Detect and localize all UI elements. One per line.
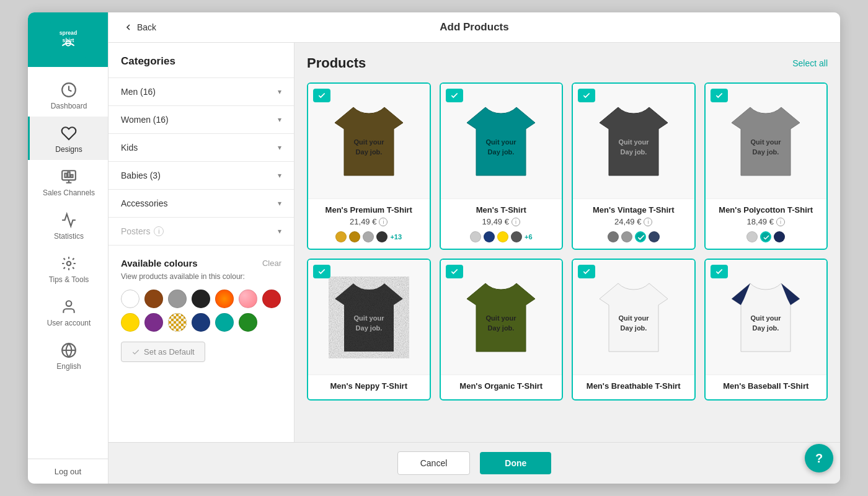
product-info: Men's Premium T-Shirt 21,49 € i +13 [308,198,430,249]
color-swatch-green[interactable] [239,313,257,332]
product-name: Men's Organic T-Shirt [448,381,555,391]
colors-section: Available colours Clear View products av… [108,245,294,374]
product-color-swatch[interactable] [760,231,771,242]
product-color-swatch[interactable] [621,231,632,242]
product-info: Men's Baseball T-Shirt [706,374,827,399]
product-color-swatch[interactable] [484,231,495,242]
sidebar-item-label: Statistics [54,232,84,241]
clear-link[interactable]: Clear [262,259,281,268]
select-all-link[interactable]: Select all [792,58,828,68]
product-card-mens-polycotton-tshirt[interactable]: Quit your Day job. Men's Polycotton T-Sh… [704,82,828,250]
sidebar-item-tips-tools[interactable]: Tips & Tools [28,247,108,290]
products-title: Products [307,55,366,71]
set-default-button[interactable]: Set as Default [121,342,205,362]
color-swatch-purple[interactable] [144,313,163,332]
product-color-swatch[interactable] [335,231,347,242]
color-swatch-yellow[interactable] [121,313,140,332]
color-swatch-white[interactable] [121,290,140,308]
category-item-men[interactable]: Men (16) ▾ [108,78,294,105]
info-icon: i [776,218,785,226]
product-colors: +6 [448,231,555,242]
product-name: Men's T-Shirt [448,205,555,215]
product-selected-badge [578,265,595,278]
product-color-swatch[interactable] [363,231,374,242]
svg-text:Quit your: Quit your [618,314,649,322]
product-card-mens-premium-tshirt[interactable]: Quit your Day job. Men's Premium T-Shirt… [307,82,431,250]
product-card-mens-neppy-tshirt[interactable]: Quit your Day job. Men's Neppy T-Shirt [307,259,431,401]
product-selected-badge [578,89,595,102]
product-colors [580,231,687,242]
product-image-area: Quit your Day job. [573,260,694,374]
product-color-swatch[interactable] [376,231,388,242]
chevron-down-icon: ▾ [278,227,281,236]
product-color-swatch[interactable] [746,231,758,242]
product-color-swatch[interactable] [511,231,522,242]
product-info: Men's Polycotton T-Shirt 18,49 € i [706,198,827,249]
category-item-posters[interactable]: Posters i ▾ [108,217,294,245]
category-item-babies[interactable]: Babies (3) ▾ [108,161,294,189]
logout-button[interactable]: Log out [28,459,108,484]
header: Back Add Products [108,12,840,43]
sidebar-item-english[interactable]: English [28,334,108,377]
product-image-area: Quit your Day job. [308,260,430,374]
help-button[interactable]: ? [805,444,833,472]
categories-title: Categories [108,43,294,78]
product-image-area: Quit your Day job. [706,260,827,374]
category-item-kids[interactable]: Kids ▾ [108,133,294,161]
product-card-mens-tshirt[interactable]: Quit your Day job. Men's T-Shirt 19,49 €… [440,82,564,250]
color-swatch-navy[interactable] [192,313,210,332]
done-button[interactable]: Done [480,452,551,474]
header-title: Add Products [440,21,508,33]
product-price: 21,49 € i [316,217,422,226]
color-swatch-red[interactable] [262,290,281,308]
svg-rect-7 [68,172,69,177]
svg-text:Quit your: Quit your [353,314,384,322]
product-card-mens-organic-tshirt[interactable]: Quit your Day job. Men's Organic T-Shirt [440,259,564,401]
color-swatch-teal[interactable] [215,313,234,332]
cancel-button[interactable]: Cancel [397,451,471,475]
svg-text:Day job.: Day job. [620,324,647,332]
sidebar-item-designs[interactable]: Designs [28,117,108,160]
color-swatch-gold-dots[interactable] [168,313,187,332]
product-color-swatch[interactable] [470,231,481,242]
color-swatch-black[interactable] [192,290,210,308]
product-card-mens-baseball-tshirt[interactable]: Quit your Day job. Men's Baseball T-Shir… [704,259,828,401]
footer: Cancel Done [108,442,840,484]
category-item-women[interactable]: Women (16) ▾ [108,105,294,133]
color-swatch-orange[interactable] [215,290,234,308]
svg-text:shirt: shirt [62,37,74,43]
svg-text:Quit your: Quit your [751,314,782,322]
product-price: 19,49 € i [448,217,555,226]
sidebar-item-label: Tips & Tools [49,275,89,284]
product-info: Men's Organic T-Shirt [441,374,562,399]
product-color-swatch[interactable] [774,231,785,242]
products-header: Products Select all [307,55,828,71]
sidebar-item-label: User account [47,319,91,327]
svg-text:spread: spread [59,30,77,36]
product-color-swatch[interactable] [635,231,646,242]
chevron-down-icon: ▾ [278,199,281,208]
sidebar-item-statistics[interactable]: Statistics [28,203,108,247]
product-color-swatch[interactable] [497,231,508,242]
product-card-mens-vintage-tshirt[interactable]: Quit your Day job. Men's Vintage T-Shirt… [572,82,696,250]
sidebar-item-user-account[interactable]: User account [28,290,108,334]
more-colors-label: +13 [390,231,402,242]
color-swatch-brown[interactable] [144,290,163,308]
product-price: 24,49 € i [580,217,687,226]
svg-text:Day job.: Day job. [753,148,779,156]
color-swatch-gray[interactable] [168,290,187,308]
category-item-accessories[interactable]: Accessories ▾ [108,189,294,217]
svg-rect-8 [71,175,73,177]
product-card-mens-breathable-tshirt[interactable]: Quit your Day job. Men's Breathable T-Sh… [572,259,696,401]
sidebar-item-sales-channels[interactable]: Sales Channels [28,160,108,203]
back-button[interactable]: Back [123,22,156,32]
product-image-area: Quit your Day job. [706,84,827,198]
sidebar-item-dashboard[interactable]: Dashboard [28,73,108,117]
product-color-swatch[interactable] [608,231,619,242]
color-swatch-pink-dots[interactable] [239,290,257,308]
svg-text:Day job.: Day job. [488,148,515,156]
colors-desc: View products available in this colour: [121,272,281,281]
product-color-swatch[interactable] [349,231,360,242]
right-panel[interactable]: Products Select all Quit your [294,43,840,442]
product-color-swatch[interactable] [649,231,660,242]
